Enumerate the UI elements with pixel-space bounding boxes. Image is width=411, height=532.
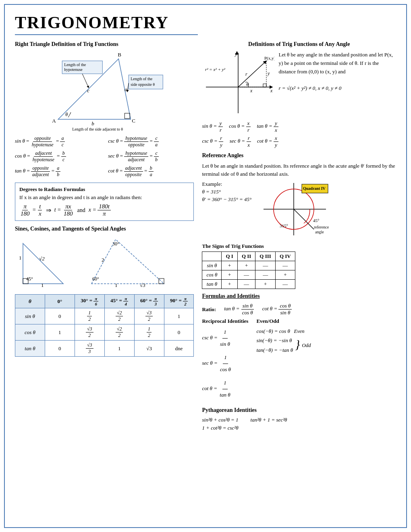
table-row: cos θ 1 √32 √22 12 0 xyxy=(15,324,194,341)
table-header-theta: θ xyxy=(15,295,45,308)
coord-svg: x y P(x,y) r y xyxy=(202,51,274,117)
svg-text:1: 1 xyxy=(19,255,22,261)
pyth-row2: 1 + cot²θ = csc²θ xyxy=(202,425,396,431)
deg-rad-formula: π180 = tx ⇒ t = πx180 and x = 180tπ xyxy=(19,203,189,217)
trig-eq-row1: sin θ = yr cos θ = xr tan θ = yx xyxy=(202,120,396,133)
svg-text:45°: 45° xyxy=(26,276,33,282)
reference-title: Reference Angles xyxy=(202,152,396,159)
svg-text:angle: angle xyxy=(315,230,324,234)
ratio-row: Ratio: tan θ = sin θcos θ cot θ = cos θs… xyxy=(202,303,396,316)
table-header-45: 45° = π4 xyxy=(104,295,134,308)
right-column: Definitions of Trig Functions of Any Ang… xyxy=(202,41,396,431)
reciprocal-col: Reciprocal Identities csc θ = 1sin θ sec… xyxy=(202,318,248,403)
svg-text:hypotenuse: hypotenuse xyxy=(64,67,83,72)
page: TRIGONOMETRY Right Triangle Definition o… xyxy=(4,4,407,528)
svg-text:Length of the: Length of the xyxy=(64,62,86,67)
formulas-title: Formulas and Identities xyxy=(202,293,396,299)
svg-line-35 xyxy=(238,61,266,87)
signs-section: The Signs of Trig Functions Q I Q II Q I… xyxy=(202,243,396,289)
svg-text:315°: 315° xyxy=(280,223,288,228)
svg-text:30°: 30° xyxy=(112,241,119,247)
table-header-60: 60° = π3 xyxy=(134,295,164,308)
svg-text:60°: 60° xyxy=(92,276,99,282)
svg-text:1: 1 xyxy=(115,282,118,288)
svg-text:Length of the side adjacent to: Length of the side adjacent to θ xyxy=(72,127,123,131)
svg-text:Quadrant IV: Quadrant IV xyxy=(303,186,326,191)
tan-def: tan θ = oppositeadjacent = ab xyxy=(15,165,101,178)
pythagorean-title: Pythagorean Identities xyxy=(202,407,396,414)
coord-diagram-section: x y P(x,y) r y xyxy=(202,51,396,117)
table-row: tan θ 0 √33 1 √3 dne xyxy=(15,341,194,357)
special-angles-table: θ 0° 30° = π6 45° = π4 60° = π3 90° = π2… xyxy=(15,294,194,357)
special-angles-title: Sines, Cosines, and Tangents of Special … xyxy=(15,226,194,232)
deg-rad-box: Degrees to Radians Formulas If x is an a… xyxy=(15,183,194,221)
formulas-section: Formulas and Identities Ratio: tan θ = s… xyxy=(202,293,396,403)
svg-text:y: y xyxy=(267,71,270,76)
reference-example: Example: θ = 315° θ′ = 360° − 315° = 45° xyxy=(202,181,396,239)
svg-text:2: 2 xyxy=(102,257,104,263)
svg-rect-43 xyxy=(263,84,266,87)
table-row: cos θ +——+ xyxy=(202,270,295,280)
svg-text:b: b xyxy=(91,121,94,127)
table-row: tan θ +—+— xyxy=(202,280,295,289)
sec-def: sec θ = hypotenuseadjacent = cb xyxy=(108,150,194,163)
triangle-30-60: 2 √3 1 60° 30° xyxy=(87,235,168,289)
table-row: sin θ 0 12 √22 √32 1 xyxy=(15,308,194,324)
even-odd-col: Even/Odd cos(−θ) = cos θ Even sin(−θ) = … xyxy=(256,318,396,403)
table-row: sin θ ++—— xyxy=(202,261,295,270)
svg-text:r: r xyxy=(245,71,247,77)
def-title: Definitions of Trig Functions of Any Ang… xyxy=(202,41,396,48)
svg-text:Length of the: Length of the xyxy=(131,77,152,81)
svg-text:x: x xyxy=(270,88,273,94)
table-header-90: 90° = π2 xyxy=(164,295,194,308)
signs-table: Q I Q II Q III Q IV sin θ ++—— cos θ xyxy=(202,251,295,289)
cos-def: cos θ = adjacenthypotenuse = bc xyxy=(15,150,101,163)
svg-text:B: B xyxy=(118,52,121,58)
svg-text:a: a xyxy=(125,86,127,92)
triangle-diagram: A B C c a b θ Length of the hypotenuse xyxy=(19,51,194,131)
svg-text:45°: 45° xyxy=(313,218,319,223)
trig-definitions: sin θ = oppositehypotenuse = ac csc θ = … xyxy=(15,135,194,178)
svg-rect-1 xyxy=(125,113,130,118)
svg-text:√3: √3 xyxy=(140,282,145,288)
svg-text:x: x xyxy=(250,88,253,94)
left-column: Right Triangle Definition of Trig Functi… xyxy=(15,41,194,431)
svg-line-12 xyxy=(82,74,88,87)
triangle-45: 1 1 √2 45° xyxy=(19,235,75,289)
reference-diagram: Quadrant IV 315° 45° reference angle xyxy=(257,181,330,239)
special-triangles-row: 1 1 √2 45° 2 √3 1 60° xyxy=(15,235,194,289)
table-header-0: 0° xyxy=(45,295,75,308)
table-header-30: 30° = π6 xyxy=(75,295,104,308)
svg-text:θ: θ xyxy=(246,82,249,87)
reference-body: Let θ be an angle in standard position. … xyxy=(202,162,396,178)
svg-text:c: c xyxy=(87,87,89,94)
cot-def: cot θ = adjacentopposite = ba xyxy=(108,165,194,178)
pyth-row1: sin²θ + cos²θ = 1 tan²θ + 1 = sec²θ xyxy=(202,417,396,423)
svg-text:√2: √2 xyxy=(39,256,45,262)
svg-text:A: A xyxy=(52,118,56,124)
deg-rad-body: If x is an angle in degrees and t is an … xyxy=(19,194,189,201)
svg-text:side opposite θ: side opposite θ xyxy=(131,82,155,87)
sin-def: sin θ = oppositehypotenuse = ac xyxy=(15,135,101,148)
csc-def: csc θ = hypotenuseopposite = ca xyxy=(108,135,194,148)
svg-text:1: 1 xyxy=(41,282,44,288)
recip-even-odd: Reciprocal Identities csc θ = 1sin θ sec… xyxy=(202,318,396,403)
svg-text:P(x,y): P(x,y) xyxy=(264,56,274,61)
pythagorean-section: Pythagorean Identities sin²θ + cos²θ = 1… xyxy=(202,407,396,431)
right-triangle-section-title: Right Triangle Definition of Trig Functi… xyxy=(15,41,194,48)
reference-angles-section: Reference Angles Let θ be an angle in st… xyxy=(202,152,396,239)
svg-text:reference: reference xyxy=(314,225,329,229)
page-title: TRIGONOMETRY xyxy=(15,13,198,35)
svg-text:r² = x² + y²: r² = x² + y² xyxy=(205,67,225,72)
svg-text:C: C xyxy=(132,118,135,124)
svg-text:θ: θ xyxy=(65,112,68,117)
deg-rad-title: Degrees to Radians Formulas xyxy=(19,186,189,193)
svg-text:y: y xyxy=(235,51,237,57)
signs-title: The Signs of Trig Functions xyxy=(202,243,396,249)
trig-eq-row2: csc θ = ry sec θ = rx cot θ = xy xyxy=(202,135,396,148)
def-text: Let θ be any angle in the standard posit… xyxy=(278,51,396,117)
